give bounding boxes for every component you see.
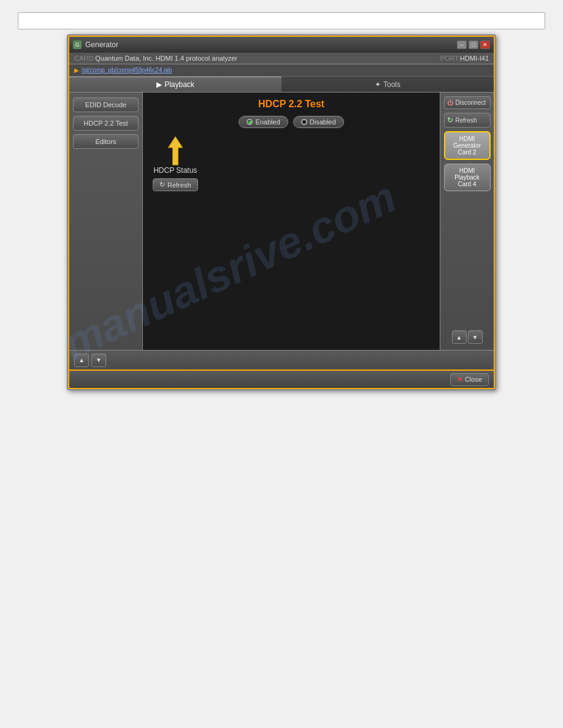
info-bar: CARD:Quantum Data, Inc. HDMI 1.4 protoco… <box>69 53 494 64</box>
edid-decode-button[interactable]: EDID Decode <box>73 97 139 112</box>
maximize-button[interactable]: □ <box>469 40 478 49</box>
card-label: CARD: <box>74 55 95 62</box>
refresh-icon: ↻ <box>159 181 165 189</box>
right-nav-buttons: ▲ ▼ <box>452 328 483 346</box>
right-panel: ⏻ Disconnect ↻ Refresh HDMI Generator Ca… <box>440 93 494 350</box>
minimize-button[interactable]: – <box>457 40 467 49</box>
bottom-nav: ▲ ▼ <box>69 350 494 370</box>
filepath-bar: ▶ /qi/comp_pb/comp459p46c24.pib <box>69 64 494 77</box>
right-nav-up[interactable]: ▲ <box>452 330 467 344</box>
window-title: Generator <box>85 40 118 49</box>
footer-bar: ✕ Close <box>69 370 494 388</box>
main-window: G Generator – □ ✕ CARD:Quantum Data, Inc… <box>67 34 496 390</box>
hdcp-status-label: HDCP Status <box>153 166 197 175</box>
disabled-radio-dot <box>301 119 307 125</box>
playback-tab-icon: ▶ <box>156 80 162 89</box>
disabled-radio[interactable]: Disabled <box>293 116 344 128</box>
card1-label: HDMI Generator Card 2 <box>453 135 481 156</box>
card-value: Quantum Data, Inc. HDMI 1.4 protocol ana… <box>95 55 237 62</box>
nav-up-button[interactable]: ▲ <box>74 354 89 367</box>
tools-tab-icon: ✦ <box>375 80 381 89</box>
editors-button[interactable]: Editors <box>73 134 139 149</box>
port-label: PORT: <box>440 55 460 62</box>
refresh-icon-right: ↻ <box>447 116 453 124</box>
hdcp-test-button[interactable]: HDCP 2.2 Test <box>73 116 139 131</box>
hdcp-controls: Enabled Disabled <box>153 116 430 128</box>
tab-tools[interactable]: ✦ Tools <box>282 77 494 92</box>
right-nav-down[interactable]: ▼ <box>468 330 483 344</box>
content-area: HDCP 2.2 Test Enabled Disabled <box>143 93 440 350</box>
hdmi-generator-card-button[interactable]: HDMI Generator Card 2 <box>444 131 491 160</box>
play-icon: ▶ <box>74 67 79 74</box>
tools-tab-label: Tools <box>383 80 400 89</box>
close-x-icon: ✕ <box>457 376 462 384</box>
window-close-button[interactable]: ✕ <box>480 40 490 49</box>
port-value: HDMI-I41 <box>460 55 489 62</box>
svg-marker-0 <box>168 137 183 165</box>
card2-label: HDMI Playback Card 4 <box>454 167 480 188</box>
disconnect-icon: ⏻ <box>447 99 453 106</box>
title-bar: G Generator – □ ✕ <box>69 37 494 53</box>
nav-down-button[interactable]: ▼ <box>91 354 106 367</box>
arrow-up-icon <box>166 135 185 166</box>
main-layout: EDID Decode HDCP 2.2 Test Editors HDCP 2… <box>69 93 494 350</box>
hdcp-status-group: HDCP Status ↻ Refresh <box>153 135 198 191</box>
playback-tab-label: Playback <box>164 80 194 89</box>
enabled-radio-dot <box>247 119 253 125</box>
disconnect-button[interactable]: ⏻ Disconnect <box>444 96 491 109</box>
enabled-radio[interactable]: Enabled <box>239 116 288 128</box>
refresh-label-right: Refresh <box>456 117 477 124</box>
enabled-label: Enabled <box>255 118 280 126</box>
close-button[interactable]: ✕ Close <box>450 373 489 386</box>
window-icon: G <box>73 40 82 49</box>
refresh-button[interactable]: ↻ Refresh <box>444 113 491 127</box>
bottom-left-nav: ▲ ▼ <box>74 354 106 367</box>
hdcp-title: HDCP 2.2 Test <box>153 99 430 110</box>
tabs-row: ▶ Playback ✦ Tools <box>69 77 494 93</box>
hdmi-playback-card-button[interactable]: HDMI Playback Card 4 <box>444 164 491 191</box>
disabled-label: Disabled <box>310 118 336 126</box>
close-label: Close <box>465 376 482 383</box>
address-bar <box>18 12 545 29</box>
left-sidebar: EDID Decode HDCP 2.2 Test Editors <box>69 93 143 350</box>
window-controls: – □ ✕ <box>457 40 490 49</box>
tab-playback[interactable]: ▶ Playback <box>69 77 282 92</box>
refresh-label: Refresh <box>167 181 191 189</box>
refresh-status-button[interactable]: ↻ Refresh <box>153 178 198 191</box>
filepath-text[interactable]: /qi/comp_pb/comp459p46c24.pib <box>82 67 172 74</box>
disconnect-label: Disconnect <box>456 99 486 106</box>
